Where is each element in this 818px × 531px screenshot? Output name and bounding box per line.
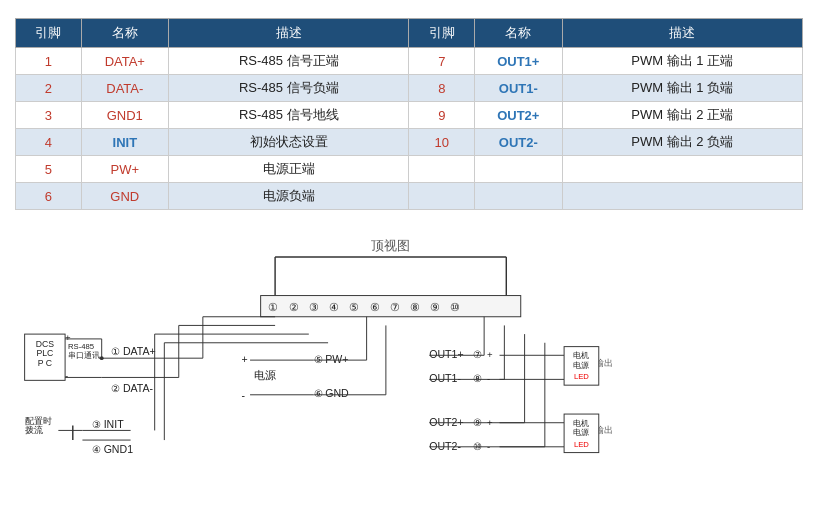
cell-desc2: PWM 输出 2 负端	[562, 129, 803, 156]
header-name2: 名称	[475, 19, 562, 48]
svg-text:②: ②	[289, 301, 299, 313]
header-desc2: 描述	[562, 19, 803, 48]
svg-text:电源: 电源	[254, 369, 276, 381]
svg-text:电机: 电机	[573, 351, 589, 360]
svg-text:DATA-: DATA-	[123, 382, 154, 394]
svg-text:①: ①	[111, 346, 120, 357]
cell-desc2	[562, 156, 803, 183]
svg-text:-: -	[241, 389, 245, 401]
svg-text:GND1: GND1	[104, 443, 134, 455]
svg-text:⑧: ⑧	[473, 373, 482, 384]
cell-name1: GND1	[81, 102, 168, 129]
svg-text:GND: GND	[325, 387, 349, 399]
header-pin1: 引脚	[16, 19, 82, 48]
cell-desc2	[562, 183, 803, 210]
table-row: 3 GND1 RS-485 信号地线 9 OUT2+ PWM 输出 2 正端	[16, 102, 803, 129]
table-row: 4 INIT 初始状态设置 10 OUT2- PWM 输出 2 负端	[16, 129, 803, 156]
cell-pin2: 9	[409, 102, 475, 129]
svg-text:RS-485: RS-485	[68, 342, 94, 351]
svg-text:⑥: ⑥	[314, 388, 323, 399]
cell-desc1: RS-485 信号负端	[169, 75, 409, 102]
table-row: 5 PW+ 电源正端	[16, 156, 803, 183]
cell-name2: OUT1+	[475, 48, 562, 75]
cell-pin2: 7	[409, 48, 475, 75]
svg-text:③: ③	[309, 301, 319, 313]
svg-text:⑤: ⑤	[349, 301, 359, 313]
cell-name1: DATA-	[81, 75, 168, 102]
svg-text:P  C: P C	[38, 358, 52, 368]
svg-text:+: +	[487, 349, 493, 360]
svg-text:②: ②	[111, 383, 120, 394]
svg-text:①: ①	[268, 301, 278, 313]
cell-name2: OUT2+	[475, 102, 562, 129]
svg-text:OUT2+: OUT2+	[429, 416, 463, 428]
svg-text:⑩: ⑩	[450, 301, 460, 313]
svg-text:DATA+: DATA+	[123, 345, 156, 357]
cell-pin2: 8	[409, 75, 475, 102]
svg-text:串口通讯: 串口通讯	[68, 351, 100, 360]
cell-name1: GND	[81, 183, 168, 210]
diagram-area: 顶视图 ① ② ③ ④ ⑤ ⑥ ⑦ ⑧ ⑨ ⑩ DCS PLC P C RS-4…	[15, 228, 803, 498]
cell-name1: PW+	[81, 156, 168, 183]
cell-name2	[475, 183, 562, 210]
header-name1: 名称	[81, 19, 168, 48]
cell-name2	[475, 156, 562, 183]
svg-text:电机: 电机	[573, 419, 589, 428]
svg-text:配置时: 配置时	[25, 416, 52, 426]
svg-text:顶视图: 顶视图	[371, 239, 410, 253]
cell-desc1: 电源负端	[169, 183, 409, 210]
svg-text:LED: LED	[574, 372, 589, 381]
svg-text:③: ③	[92, 419, 101, 430]
cell-desc1: RS-485 信号正端	[169, 48, 409, 75]
cell-pin2	[409, 183, 475, 210]
cell-desc2: PWM 输出 1 负端	[562, 75, 803, 102]
svg-text:INIT: INIT	[104, 418, 125, 430]
cell-name2: OUT2-	[475, 129, 562, 156]
cell-pin2: 10	[409, 129, 475, 156]
svg-text:PLC: PLC	[36, 348, 53, 358]
svg-text:⑦: ⑦	[473, 349, 482, 360]
svg-text:⑨: ⑨	[430, 301, 440, 313]
svg-text:⑤: ⑤	[314, 354, 323, 365]
wiring-diagram: 顶视图 ① ② ③ ④ ⑤ ⑥ ⑦ ⑧ ⑨ ⑩ DCS PLC P C RS-4…	[15, 228, 803, 498]
cell-desc1: 电源正端	[169, 156, 409, 183]
svg-text:+: +	[241, 353, 247, 365]
svg-text:④: ④	[92, 444, 101, 455]
svg-text:DCS: DCS	[36, 339, 55, 349]
cell-pin1: 5	[16, 156, 82, 183]
svg-text:PW+: PW+	[325, 353, 348, 365]
svg-text:-: -	[487, 373, 490, 384]
cell-pin1: 2	[16, 75, 82, 102]
cell-desc1: 初始状态设置	[169, 129, 409, 156]
svg-text:⑧: ⑧	[410, 301, 420, 313]
header-pin2: 引脚	[409, 19, 475, 48]
svg-text:OUT1+: OUT1+	[429, 348, 463, 360]
table-row: 2 DATA- RS-485 信号负端 8 OUT1- PWM 输出 1 负端	[16, 75, 803, 102]
svg-text:拨流: 拨流	[25, 425, 43, 435]
cell-name1: DATA+	[81, 48, 168, 75]
svg-text:-: -	[487, 441, 490, 452]
svg-text:+: +	[65, 332, 71, 343]
table-row: 1 DATA+ RS-485 信号正端 7 OUT1+ PWM 输出 1 正端	[16, 48, 803, 75]
svg-text:OUT1-: OUT1-	[429, 372, 461, 384]
cell-desc1: RS-485 信号地线	[169, 102, 409, 129]
cell-name2: OUT1-	[475, 75, 562, 102]
cell-name1: INIT	[81, 129, 168, 156]
cell-pin1: 4	[16, 129, 82, 156]
svg-text:⑥: ⑥	[370, 301, 380, 313]
svg-text:⑦: ⑦	[390, 301, 400, 313]
svg-text:⑩: ⑩	[473, 441, 482, 452]
svg-text:-: -	[65, 370, 68, 381]
cell-pin1: 1	[16, 48, 82, 75]
pin-table: 引脚 名称 描述 引脚 名称 描述 1 DATA+ RS-485 信号正端 7 …	[15, 18, 803, 210]
header-desc1: 描述	[169, 19, 409, 48]
svg-text:OUT2-: OUT2-	[429, 440, 461, 452]
cell-pin1: 6	[16, 183, 82, 210]
cell-desc2: PWM 输出 1 正端	[562, 48, 803, 75]
svg-text:电源: 电源	[573, 361, 589, 370]
svg-text:④: ④	[329, 301, 339, 313]
svg-text:LED: LED	[574, 440, 589, 449]
svg-text:电源: 电源	[573, 428, 589, 437]
svg-text:⑨: ⑨	[473, 417, 482, 428]
table-row: 6 GND 电源负端	[16, 183, 803, 210]
